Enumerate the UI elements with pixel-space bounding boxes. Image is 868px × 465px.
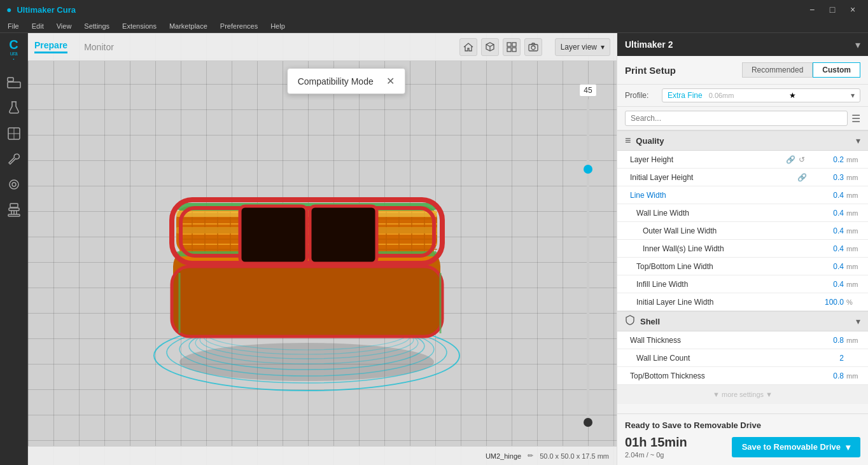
line-width-value[interactable]: 0.4: [812, 191, 844, 200]
svg-rect-14: [512, 43, 516, 46]
wall-line-width-unit: mm: [846, 209, 860, 217]
shell-section-header[interactable]: Shell ▾: [617, 311, 868, 331]
layer-height-reset-icon[interactable]: ↺: [797, 155, 807, 165]
toolbar-flask-icon[interactable]: [3, 97, 25, 120]
layer-height-label: Layer Height: [630, 155, 783, 164]
main-layout: C ura · Prepare Monitor: [0, 33, 868, 465]
wall-line-width-value[interactable]: 0.4: [812, 209, 844, 218]
svg-rect-66: [172, 267, 442, 337]
slider-thumb-top[interactable]: [584, 165, 592, 174]
quality-section-title: Quality: [636, 136, 851, 146]
quality-section-icon: ≡: [625, 135, 631, 146]
menu-settings[interactable]: Settings: [81, 21, 112, 31]
profile-label: Profile:: [625, 91, 657, 100]
menu-help[interactable]: Help: [268, 21, 288, 31]
setting-inner-wall-line-width: Inner Wall(s) Line Width 0.4 mm: [617, 240, 868, 258]
tab-custom[interactable]: Custom: [813, 62, 860, 78]
inner-wall-line-width-value[interactable]: 0.4: [812, 244, 844, 253]
svg-rect-7: [9, 208, 19, 211]
logo-c: C: [9, 38, 18, 51]
topbottom-line-width-unit: mm: [846, 263, 860, 270]
initial-layer-line-width-value[interactable]: 100.0: [812, 298, 844, 307]
viewport-cube-icon[interactable]: [481, 38, 499, 56]
setting-wall-line-count: Wall Line Count 2: [617, 349, 868, 367]
layer-height-link-icon[interactable]: 🔗: [785, 155, 795, 165]
inner-wall-line-width-label: Inner Wall(s) Line Width: [643, 244, 809, 253]
menu-extensions[interactable]: Extensions: [120, 21, 159, 31]
compat-mode-label: Compatibility Mode: [298, 76, 374, 87]
close-button[interactable]: ×: [844, 3, 862, 16]
cura-logo: C ura ·: [9, 38, 18, 61]
tab-monitor[interactable]: Monitor: [84, 42, 114, 52]
search-input[interactable]: [625, 111, 848, 126]
svg-rect-13: [507, 43, 511, 46]
edit-icon[interactable]: ✏: [528, 452, 533, 460]
setting-wall-line-width: Wall Line Width 0.4 mm: [617, 204, 868, 222]
print-info: 01h 15min 2.04m / ~ 0g: [625, 435, 687, 459]
svg-rect-8: [10, 204, 18, 207]
search-row: ☰: [617, 107, 868, 130]
setting-line-width: Line Width 0.4 mm: [617, 186, 868, 204]
toolbar-open-icon[interactable]: [3, 71, 25, 94]
slider-track[interactable]: [587, 99, 589, 427]
svg-rect-65: [310, 206, 377, 263]
profile-value: Extra Fine 0.06mm: [668, 91, 734, 100]
infill-line-width-value[interactable]: 0.4: [812, 280, 844, 289]
quality-section-header[interactable]: ≡ Quality ▾: [617, 130, 868, 151]
compatibility-mode-popup: Compatibility Mode ✕: [287, 68, 405, 94]
panel-chevron-icon[interactable]: ▾: [855, 39, 860, 51]
viewport-grid-icon[interactable]: [503, 38, 521, 56]
minimize-button[interactable]: −: [803, 3, 821, 16]
menu-preferences[interactable]: Preferences: [218, 21, 260, 31]
wall-line-count-value[interactable]: 2: [812, 354, 844, 363]
maximize-button[interactable]: □: [823, 3, 841, 16]
compat-close-icon[interactable]: ✕: [386, 75, 395, 87]
wall-thickness-value[interactable]: 0.8: [812, 336, 844, 345]
tab-recommended[interactable]: Recommended: [742, 62, 813, 78]
svg-rect-15: [507, 48, 511, 52]
initial-layer-height-value[interactable]: 0.3: [812, 173, 844, 182]
profile-star-icon: ★: [789, 91, 796, 100]
viewport[interactable]: Prepare Monitor Layer view ▾: [28, 33, 617, 465]
svg-rect-0: [8, 78, 13, 81]
slider-thumb-bottom[interactable]: [584, 418, 592, 427]
svg-rect-1: [8, 82, 20, 88]
profile-dropdown-icon: ▾: [851, 91, 855, 100]
tab-prepare[interactable]: Prepare: [34, 40, 67, 53]
line-width-label: Line Width: [630, 191, 809, 200]
layer-view-dropdown[interactable]: Layer view ▾: [555, 38, 610, 56]
viewport-home-icon[interactable]: [459, 38, 477, 56]
wall-line-count-label: Wall Line Count: [636, 354, 809, 363]
profile-select[interactable]: Extra Fine 0.06mm ★ ▾: [662, 88, 860, 102]
toolbar-object-icon[interactable]: [3, 122, 25, 145]
viewport-toolbar: Prepare Monitor Layer view ▾: [28, 33, 617, 61]
layer-view-chevron-icon: ▾: [601, 43, 605, 52]
menu-marketplace[interactable]: Marketplace: [167, 21, 210, 31]
viewport-camera-icon[interactable]: [524, 38, 542, 56]
toolbar-support-icon[interactable]: [3, 198, 25, 221]
topbottom-thickness-value[interactable]: 0.8: [812, 371, 844, 380]
save-bottom: 01h 15min 2.04m / ~ 0g Save to Removable…: [625, 435, 860, 459]
menu-edit[interactable]: Edit: [29, 21, 46, 31]
menu-view[interactable]: View: [54, 21, 74, 31]
print-setup-header: Print Setup Recommended Custom: [617, 56, 868, 85]
toolbar-mirror-icon[interactable]: [3, 173, 25, 196]
layer-slider[interactable]: 45: [578, 84, 598, 427]
setting-outer-wall-line-width: Outer Wall Line Width 0.4 mm: [617, 222, 868, 240]
toolbar-tools-icon[interactable]: [3, 148, 25, 170]
topbottom-line-width-value[interactable]: 0.4: [812, 262, 844, 271]
wall-thickness-unit: mm: [846, 337, 860, 344]
wall-line-width-label: Wall Line Width: [636, 209, 809, 218]
initial-layer-link-icon[interactable]: 🔗: [797, 172, 807, 183]
wall-thickness-label: Wall Thickness: [630, 336, 809, 345]
layer-height-value[interactable]: 0.2: [812, 155, 844, 164]
setting-infill-line-width: Infill Line Width 0.4 mm: [617, 275, 868, 293]
topbottom-line-width-label: Top/Bottom Line Width: [636, 262, 809, 271]
outer-wall-line-width-unit: mm: [846, 227, 860, 235]
right-panel: Ultimaker 2 ▾ Print Setup Recommended Cu…: [617, 33, 868, 465]
save-button[interactable]: Save to Removable Drive ▾: [732, 437, 860, 457]
print-setup-title: Print Setup: [625, 65, 676, 76]
search-menu-icon[interactable]: ☰: [851, 113, 860, 125]
menu-file[interactable]: File: [5, 21, 22, 31]
outer-wall-line-width-value[interactable]: 0.4: [812, 226, 844, 235]
